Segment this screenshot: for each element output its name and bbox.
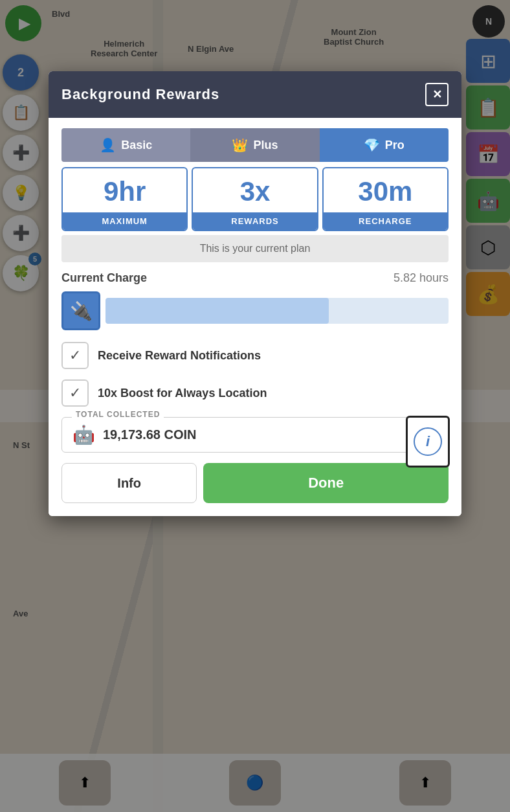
basic-icon: 👤 [100,137,116,153]
progress-bar-fill [105,298,329,324]
plug-icon: 🔌 [70,300,93,322]
coin-amount: 19,173.68 COIN [103,427,197,442]
current-plan-text: This is your current plan [200,243,311,254]
plus-label: Plus [253,139,278,152]
stat-maximum-label: MAXIMUM [63,212,186,230]
plan-tabs: 👤 Basic 👑 Plus 💎 Pro [61,128,449,162]
close-icon: ✕ [432,87,442,102]
pro-icon: 💎 [364,137,380,153]
notifications-checkbox[interactable]: ✓ [61,342,89,369]
plus-icon: 👑 [232,137,248,153]
stat-maximum-value: 9hr [63,168,186,212]
stat-recharge-label: RECHARGE [324,212,447,230]
current-plan-banner: This is your current plan [61,235,449,262]
modal-body: 👤 Basic 👑 Plus 💎 Pro 9hr MAXIMUM 3x REWA… [49,118,461,516]
stat-maximum: 9hr MAXIMUM [61,167,188,231]
boost-label: 10x Boost for Always Location [98,387,267,400]
stats-row: 9hr MAXIMUM 3x REWARDS 30m RECHARGE [61,167,449,231]
stat-rewards-label: REWARDS [193,212,316,230]
boost-checkbox[interactable]: ✓ [61,379,89,407]
progress-area: 🔌 [61,291,449,330]
total-collected-fieldset: 🤖 19,173.68 COIN [61,417,449,453]
modal-header: Background Rewards ✕ [49,71,461,118]
total-collected-legend: TOTAL COLLECTED [72,410,164,419]
total-robot-icon: 🤖 [72,424,95,445]
modal-footer: Info Done [61,463,449,503]
info-circle-icon: i [414,427,442,456]
boost-row: ✓ 10x Boost for Always Location [61,379,449,407]
info-circle-button[interactable]: i [406,416,450,468]
stat-rewards-value: 3x [193,168,316,212]
notifications-row: ✓ Receive Reward Notifications [61,342,449,369]
tab-plus[interactable]: 👑 Plus [190,128,319,162]
stat-recharge-value: 30m [324,168,447,212]
progress-bar-container [105,298,449,324]
charge-label: Current Charge [61,271,147,285]
total-collected-section: TOTAL COLLECTED 🤖 19,173.68 COIN i [61,417,449,453]
charge-value: 5.82 hours [394,271,449,285]
tab-pro[interactable]: 💎 Pro [320,128,449,162]
charge-icon-button[interactable]: 🔌 [61,291,100,330]
stat-rewards: 3x REWARDS [192,167,318,231]
pro-label: Pro [385,139,405,152]
tab-basic[interactable]: 👤 Basic [61,128,190,162]
done-button[interactable]: Done [203,463,449,503]
basic-label: Basic [121,139,152,152]
stat-recharge: 30m RECHARGE [322,167,449,231]
notifications-label: Receive Reward Notifications [98,349,261,363]
info-button[interactable]: Info [61,463,197,503]
charge-row: Current Charge 5.82 hours [61,271,449,285]
modal-title: Background Rewards [61,86,219,103]
close-button[interactable]: ✕ [425,83,449,106]
background-rewards-modal: Background Rewards ✕ 👤 Basic 👑 Plus 💎 Pr… [49,71,461,516]
